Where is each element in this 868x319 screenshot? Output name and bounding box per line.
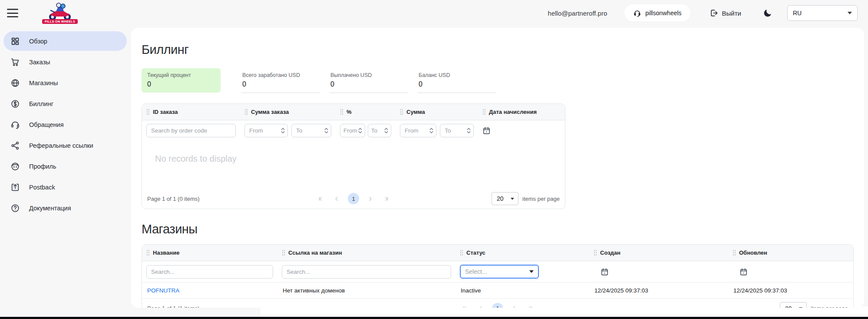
column-label: Сумма заказа — [251, 109, 289, 115]
from-input[interactable] — [405, 127, 429, 134]
drag-handle-icon[interactable] — [400, 109, 403, 115]
shop-link-search-input[interactable] — [282, 265, 451, 279]
shop-name-search-input[interactable] — [146, 265, 273, 279]
shop-name-link[interactable]: POFNUTRA — [142, 287, 277, 294]
column-header-accrual-date[interactable]: Дата начисления — [478, 109, 565, 115]
column-header-sum[interactable]: Сумма — [396, 109, 478, 115]
spinner-arrows-icon[interactable] — [324, 128, 328, 133]
column-header-order-sum[interactable]: Сумма заказа — [240, 109, 336, 115]
chevron-down-icon — [511, 198, 514, 200]
order-sum-from-input[interactable] — [244, 124, 288, 137]
sidebar-item-orders[interactable]: Заказы — [3, 52, 127, 72]
accrual-date-filter-button[interactable] — [482, 126, 491, 135]
spinner-arrows-icon[interactable] — [281, 128, 285, 133]
stat-current-percent: Текущий процент 0 — [142, 68, 221, 93]
sidebar-item-billing[interactable]: Биллинг — [3, 94, 127, 113]
chevron-down-icon — [529, 270, 534, 273]
column-header-status[interactable]: Статус — [455, 249, 589, 256]
sidebar-item-label: Магазины — [29, 80, 58, 86]
spinner-arrows-icon[interactable] — [429, 128, 433, 133]
drag-handle-icon[interactable] — [460, 249, 463, 256]
sidebar-item-profile[interactable]: Профиль — [3, 156, 127, 176]
drag-handle-icon[interactable] — [282, 249, 285, 256]
profile-icon — [10, 162, 20, 171]
sidebar-item-referral-links[interactable]: Реферальные ссылки — [3, 136, 127, 155]
billing-title: Биллинг — [142, 43, 854, 57]
logout-icon — [710, 9, 718, 17]
dark-mode-toggle[interactable] — [763, 8, 772, 18]
to-input[interactable] — [445, 127, 466, 134]
shop-status-cell: Inactive — [455, 287, 589, 294]
shop-link-cell: Нет активных доменов — [277, 287, 455, 294]
status-filter-select[interactable]: Select... — [460, 265, 539, 279]
sidebar-item-postback[interactable]: Postback — [3, 177, 127, 197]
billing-table-filters — [142, 120, 565, 141]
order-sum-to-input[interactable] — [291, 124, 331, 137]
language-select[interactable]: RU — [787, 5, 858, 21]
sidebar-item-shops[interactable]: Магазины — [3, 73, 127, 93]
sidebar-item-documentation[interactable]: Документация — [3, 198, 127, 218]
spinner-arrows-icon[interactable] — [358, 128, 362, 133]
percent-to-input[interactable] — [368, 124, 391, 137]
logout-button[interactable]: Выйти — [710, 9, 741, 17]
prev-page-button[interactable] — [476, 303, 486, 308]
pagination: 1 — [460, 303, 535, 308]
column-header-order-id[interactable]: ID заказа — [142, 109, 240, 115]
last-page-button[interactable] — [381, 194, 391, 204]
drag-handle-icon[interactable] — [594, 249, 597, 256]
column-header-name[interactable]: Название — [142, 249, 277, 256]
stat-value: 0 — [242, 80, 319, 88]
first-page-button[interactable] — [316, 194, 326, 204]
logout-label: Выйти — [722, 10, 741, 17]
drag-handle-icon[interactable] — [146, 249, 149, 256]
column-header-updated[interactable]: Обновлен — [728, 249, 853, 256]
user-menu-chip[interactable]: pillsonwheels — [624, 4, 690, 22]
sum-to-input[interactable] — [440, 124, 474, 137]
menu-toggle-button[interactable] — [7, 9, 18, 17]
to-input[interactable] — [296, 127, 323, 134]
column-label: Название — [153, 249, 179, 256]
prev-page-button[interactable] — [332, 194, 342, 204]
column-header-percent[interactable]: % — [336, 109, 396, 115]
first-page-button[interactable] — [460, 303, 470, 308]
sidebar-item-tickets[interactable]: Обращения — [3, 115, 127, 134]
last-page-button[interactable] — [525, 303, 535, 308]
stat-value: 0 — [330, 80, 407, 88]
drag-handle-icon[interactable] — [244, 109, 248, 115]
next-page-button[interactable] — [365, 194, 375, 204]
chevron-right-icon — [511, 305, 518, 308]
motorcycle-logo-icon — [46, 3, 73, 21]
spinner-arrows-icon[interactable] — [467, 128, 471, 133]
drag-handle-icon[interactable] — [146, 109, 149, 115]
logo[interactable]: PILLS ON WHEELS — [39, 3, 81, 24]
drag-handle-icon[interactable] — [733, 249, 736, 256]
sidebar-item-label: Postback — [29, 184, 55, 191]
status-select-placeholder: Select... — [465, 268, 487, 275]
page-size-select[interactable]: 20 — [492, 192, 518, 205]
page-size-value: 20 — [497, 195, 504, 202]
drag-handle-icon[interactable] — [340, 109, 343, 115]
spinner-arrows-icon[interactable] — [384, 128, 388, 133]
current-page-button[interactable]: 1 — [492, 303, 503, 308]
from-input[interactable] — [249, 127, 280, 134]
current-page-button[interactable]: 1 — [348, 193, 359, 204]
chevron-down-icon — [799, 307, 802, 308]
sidebar-item-label: Документация — [29, 205, 71, 212]
sidebar-item-overview[interactable]: Обзор — [3, 31, 127, 51]
order-code-search-input[interactable] — [146, 124, 236, 137]
next-page-button[interactable] — [509, 303, 519, 308]
sum-from-input[interactable] — [400, 124, 436, 137]
column-header-shop-link[interactable]: Ссылка на магазин — [277, 249, 455, 256]
page-size-select[interactable]: 20 — [780, 302, 807, 308]
from-input[interactable] — [343, 127, 357, 134]
table-row: POFNUTRA Нет активных доменов Inactive 1… — [142, 282, 853, 298]
to-input[interactable] — [371, 127, 383, 134]
percent-from-input[interactable] — [340, 124, 365, 137]
created-date-filter-button[interactable] — [601, 268, 609, 276]
drag-handle-icon[interactable] — [482, 109, 485, 115]
topbar: PILLS ON WHEELS hello@partneroff.pro pil… — [0, 0, 868, 26]
column-header-created[interactable]: Создан — [589, 249, 728, 256]
page-info: Page 1 of 1 (1 items) — [147, 305, 200, 308]
updated-date-filter-button[interactable] — [739, 268, 748, 276]
empty-state-text: No records to display — [142, 141, 565, 189]
